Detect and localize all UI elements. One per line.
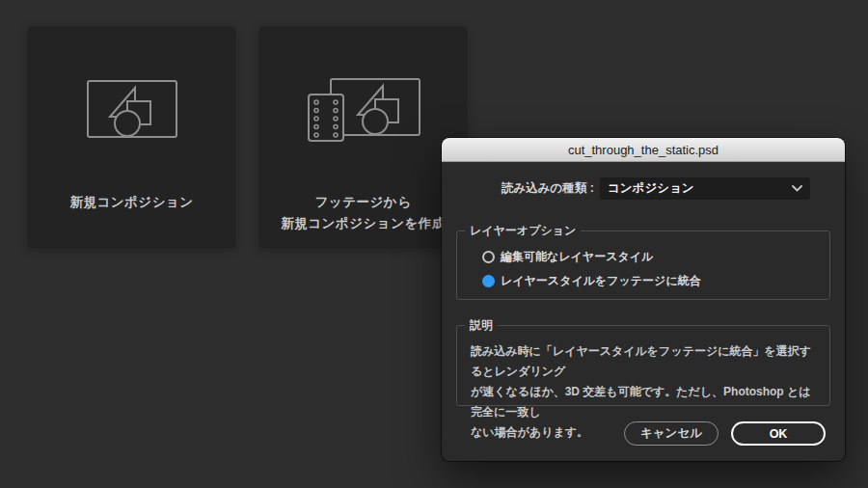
radio-editable-layer-styles[interactable]: 編集可能なレイヤースタイル xyxy=(482,249,829,265)
radio-label: 編集可能なレイヤースタイル xyxy=(501,249,653,265)
description-line: が速くなるほか、3D 交差も可能です。ただし、Photoshop とは完全に一致… xyxy=(471,382,816,422)
ok-button[interactable]: OK xyxy=(731,421,826,446)
footage-to-composition-icon xyxy=(258,76,468,144)
chevron-down-icon xyxy=(792,185,802,192)
new-composition-label: 新規コンポジション xyxy=(27,192,236,213)
radio-label: レイヤースタイルをフッテージに統合 xyxy=(501,273,701,289)
new-composition-from-footage-card[interactable]: フッテージから 新規コンポジションを作成 xyxy=(258,26,468,249)
radio-icon[interactable] xyxy=(482,251,495,263)
footage-card-label-line2: 新規コンポジションを作成 xyxy=(258,213,468,234)
dialog-titlebar[interactable]: cut_through_the_static.psd xyxy=(442,138,845,162)
layer-options-group: レイヤーオプション 編集可能なレイヤースタイル レイヤースタイルをフッテージに統… xyxy=(456,223,830,300)
psd-import-dialog: cut_through_the_static.psd 読み込みの種類 : コンポ… xyxy=(442,138,845,461)
import-kind-value: コンポジション xyxy=(608,180,792,197)
dialog-title: cut_through_the_static.psd xyxy=(568,143,719,157)
radio-merge-layer-styles[interactable]: レイヤースタイルをフッテージに統合 xyxy=(482,273,829,289)
description-group: 説明 読み込み時に「レイヤースタイルをフッテージに統合」を選択するとレンダリング… xyxy=(456,317,830,406)
new-composition-card[interactable]: 新規コンポジション xyxy=(27,26,236,249)
composition-icon xyxy=(27,80,236,138)
description-line: 読み込み時に「レイヤースタイルをフッテージに統合」を選択するとレンダリング xyxy=(471,341,816,382)
layer-options-legend: レイヤーオプション xyxy=(465,223,581,239)
import-kind-select[interactable]: コンポジション xyxy=(600,177,810,200)
import-kind-label: 読み込みの種類 : xyxy=(442,180,594,197)
radio-icon[interactable] xyxy=(482,275,495,287)
footage-card-label-line1: フッテージから xyxy=(258,192,468,213)
description-legend: 説明 xyxy=(465,317,498,334)
cancel-button[interactable]: キャンセル xyxy=(624,421,719,446)
